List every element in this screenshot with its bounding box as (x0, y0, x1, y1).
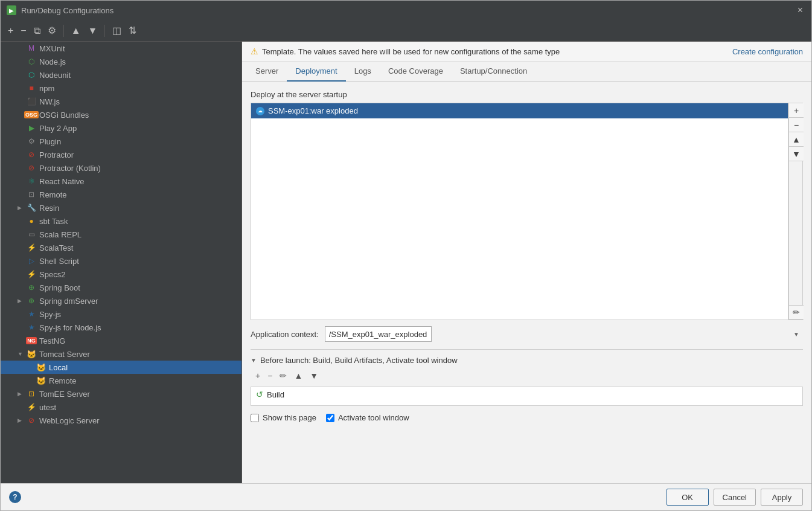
sidebar-item-scala-repl[interactable]: ▭ Scala REPL (1, 228, 241, 241)
remove-config-button[interactable]: − (18, 24, 28, 37)
deploy-edit-button[interactable]: ✏ (789, 305, 804, 320)
sidebar-item-label: utest (39, 403, 56, 412)
nodeunit-icon: ⬡ (27, 70, 36, 80)
sidebar-item-tomcat-local[interactable]: 🐱 Local (1, 361, 241, 374)
osgi-icon: OSG (27, 110, 36, 120)
npm-icon: ■ (27, 83, 36, 93)
move-to-button[interactable]: ◫ (110, 24, 124, 37)
chevron-down-icon: ▼ (793, 331, 799, 338)
right-panel: ⚠ Template. The values saved here will b… (242, 42, 811, 483)
sidebar-item-protractor-kotlin[interactable]: ⊘ Protractor (Kotlin) (1, 161, 241, 175)
tab-logs[interactable]: Logs (346, 62, 380, 82)
before-launch-list: ↺ Build (251, 387, 803, 406)
sidebar-item-resin[interactable]: ▶ 🔧 Resin (1, 201, 241, 214)
deploy-remove-button[interactable]: − (789, 118, 804, 132)
sidebar-item-scalatest[interactable]: ⚡ ScalaTest (1, 241, 241, 254)
settings-button[interactable]: ⚙ (45, 24, 59, 37)
bl-edit-button[interactable]: ✏ (277, 370, 289, 382)
sidebar-item-spring-dmserver[interactable]: ▶ ⊕ Spring dmServer (1, 294, 241, 307)
sidebar-item-spy-js-node[interactable]: ★ Spy-js for Node.js (1, 321, 241, 334)
bl-remove-button[interactable]: − (265, 370, 275, 382)
sidebar-item-weblogic[interactable]: ▶ ⊘ WebLogic Server (1, 414, 241, 427)
show-page-checkbox-label[interactable]: Show this page (251, 413, 316, 422)
sidebar-item-label: TomEE Server (39, 390, 90, 399)
before-launch-header: ▼ Before launch: Build, Build Artifacts,… (251, 356, 803, 365)
activate-window-checkbox[interactable] (326, 414, 334, 422)
show-page-checkbox[interactable] (251, 414, 259, 422)
sidebar-item-protractor[interactable]: ⊘ Protractor (1, 148, 241, 161)
activate-window-label: Activate tool window (338, 413, 409, 422)
spyjs-icon: ★ (27, 309, 36, 319)
deploy-move-down-button[interactable]: ▼ (789, 147, 804, 161)
sidebar-item-tomee[interactable]: ▶ ⊡ TomEE Server (1, 387, 241, 400)
sidebar-item-label: Spring dmServer (39, 297, 98, 306)
sidebar-item-tomcat-remote[interactable]: 🐱 Remote (1, 374, 241, 387)
bl-move-down-button[interactable]: ▼ (307, 370, 321, 382)
sort-button[interactable]: ⇅ (126, 24, 139, 37)
tab-code-coverage[interactable]: Code Coverage (380, 62, 452, 82)
sidebar-item-spy-js[interactable]: ★ Spy-js (1, 307, 241, 321)
build-icon: ↺ (256, 390, 263, 399)
sidebar-item-label: Remote (39, 190, 67, 199)
sidebar-item-label: Spring Boot (39, 283, 80, 292)
deploy-item-ssm[interactable]: ☁ SSM-exp01:war exploded (251, 103, 788, 118)
sidebar-item-utest[interactable]: ⚡ utest (1, 400, 241, 414)
sidebar-item-osgi[interactable]: OSG OSGi Bundles (1, 108, 241, 121)
sidebar-item-sbt-task[interactable]: ● sbt Task (1, 214, 241, 228)
weblogic-expand-arrow: ▶ (18, 417, 24, 423)
apply-button[interactable]: Apply (761, 489, 803, 506)
before-launch-title: Before launch: Build, Build Artifacts, A… (260, 356, 458, 365)
run-debug-dialog: ▶ Run/Debug Configurations × + − ⧉ ⚙ ▲ ▼… (0, 0, 812, 511)
spring-dmserver-icon: ⊕ (27, 296, 36, 306)
sidebar-item-label: TestNG (39, 336, 65, 345)
bl-move-up-button[interactable]: ▲ (292, 370, 305, 382)
copy-config-button[interactable]: ⧉ (31, 24, 43, 37)
sidebar-item-specs2[interactable]: ⚡ Specs2 (1, 268, 241, 281)
close-button[interactable]: × (795, 5, 805, 16)
sidebar-item-react-native[interactable]: ⚛ React Native (1, 175, 241, 188)
deploy-add-button[interactable]: + (789, 103, 804, 118)
app-context-label: Application context: (251, 330, 319, 339)
sidebar-item-tomcat-server[interactable]: ▼ 🐱 Tomcat Server (1, 347, 241, 361)
sidebar-item-label: Spy-js for Node.js (39, 323, 101, 332)
tab-startup[interactable]: Startup/Connection (452, 62, 535, 82)
help-button[interactable]: ? (9, 491, 21, 503)
tab-deployment[interactable]: Deployment (287, 62, 345, 82)
specs2-icon: ⚡ (27, 269, 36, 279)
bl-item-build[interactable]: ↺ Build (251, 387, 802, 402)
sidebar-item-npm[interactable]: ■ npm (1, 82, 241, 95)
protractor-icon: ⊘ (27, 150, 36, 159)
sidebar-item-remote[interactable]: ⊡ Remote (1, 188, 241, 201)
warning-icon: ⚠ (251, 47, 258, 56)
sidebar-item-play2[interactable]: ▶ Play 2 App (1, 121, 241, 135)
sidebar-item-nodejs[interactable]: ⬡ Node.js (1, 55, 241, 68)
sidebar-item-nwjs[interactable]: ⬛ NW.js (1, 95, 241, 108)
sidebar-item-label: Scala REPL (39, 230, 82, 239)
spyjs-node-icon: ★ (27, 323, 36, 332)
bl-add-button[interactable]: + (253, 370, 263, 382)
sidebar-item-spring-boot[interactable]: ⊕ Spring Boot (1, 281, 241, 294)
before-launch-section: ▼ Before launch: Build, Build Artifacts,… (251, 349, 803, 425)
move-up-button[interactable]: ▲ (69, 24, 83, 37)
before-launch-collapse-arrow[interactable]: ▼ (251, 357, 257, 364)
sidebar-item-label: npm (39, 84, 54, 93)
sidebar-item-shell-script[interactable]: ▷ Shell Script (1, 254, 241, 268)
show-page-label: Show this page (263, 413, 316, 422)
create-configuration-link[interactable]: Create configuration (732, 47, 803, 56)
footer-left: ? (9, 491, 21, 503)
ok-button[interactable]: OK (667, 489, 709, 506)
tomcat-expand-arrow: ▼ (18, 351, 24, 357)
cancel-button[interactable]: Cancel (714, 489, 756, 506)
add-config-button[interactable]: + (5, 24, 16, 37)
nwjs-icon: ⬛ (27, 97, 36, 106)
move-down-button[interactable]: ▼ (86, 24, 100, 37)
sidebar-item-nodeunit[interactable]: ⬡ Nodeunit (1, 68, 241, 82)
app-context-select[interactable]: /SSM_exp01_war_exploded (325, 326, 432, 342)
sidebar-item-mxunit[interactable]: M MXUnit (1, 42, 241, 55)
play2-icon: ▶ (27, 123, 36, 133)
deploy-move-up-button[interactable]: ▲ (789, 132, 804, 147)
tab-server[interactable]: Server (247, 62, 287, 82)
activate-window-checkbox-label[interactable]: Activate tool window (326, 413, 409, 422)
sidebar-item-testng[interactable]: NG TestNG (1, 334, 241, 347)
sidebar-item-plugin[interactable]: ⚙ Plugin (1, 135, 241, 148)
